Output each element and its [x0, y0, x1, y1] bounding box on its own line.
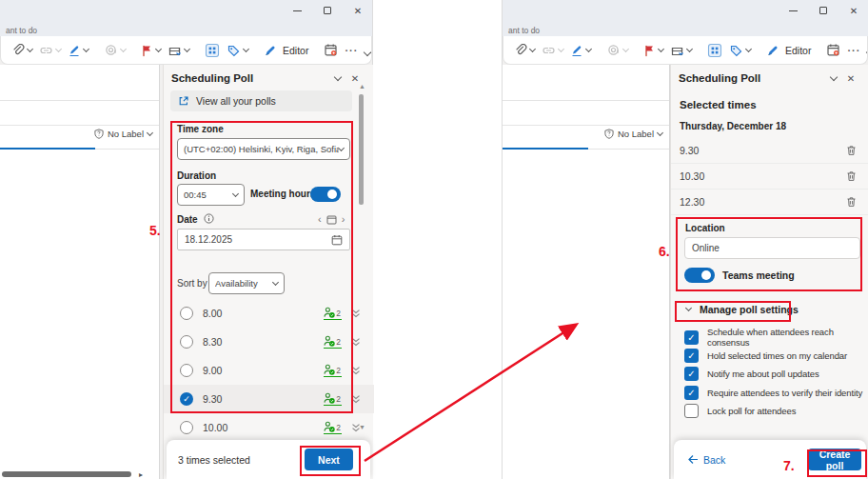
editor-button[interactable]: Editor	[261, 42, 311, 59]
create-poll-button[interactable]: Create poll	[808, 449, 861, 470]
setting-row[interactable]: ✓ Schedule when attendees reach consensu…	[684, 329, 865, 345]
attach-file-button[interactable]	[9, 42, 35, 59]
next-button[interactable]: Next	[305, 449, 353, 470]
expand-double-chevron-icon[interactable]	[351, 423, 361, 432]
collapse-ribbon-button[interactable]	[362, 50, 372, 57]
loop-component-button[interactable]	[101, 41, 128, 59]
close-icon: ✕	[354, 6, 362, 16]
collapse-panel-button[interactable]	[329, 70, 346, 86]
flag-button[interactable]	[138, 42, 164, 59]
poll-apps-button[interactable]	[202, 41, 223, 60]
time-option-row-selected[interactable]: ✓ 9.30 2	[164, 385, 374, 413]
compose-pane: No Label	[503, 65, 670, 479]
setting-row[interactable]: ✓ Notify me about poll updates	[684, 366, 865, 381]
time-label: 8.00	[203, 308, 324, 319]
checkbox-unchecked[interactable]	[684, 404, 699, 418]
save-to-folder-button[interactable]	[165, 42, 192, 59]
chevron-down-icon	[184, 45, 190, 51]
more-options-button[interactable]: ···	[844, 43, 863, 58]
tags-button[interactable]	[224, 41, 251, 59]
checkbox-checked[interactable]: ✓	[684, 330, 699, 345]
close-button[interactable]: ✕	[349, 3, 366, 18]
time-radio-unchecked[interactable]	[180, 335, 193, 349]
time-zone-dropdown[interactable]: (UTC+02:00) Helsinki, Kyiv, Riga, Sofia.…	[177, 138, 350, 160]
setting-row[interactable]: ✓ Require attendees to verify their iden…	[684, 385, 865, 400]
external-link-icon	[178, 95, 189, 107]
date-input[interactable]: 18.12.2025	[177, 229, 350, 250]
maximize-button[interactable]	[815, 3, 832, 18]
expand-double-chevron-icon[interactable]	[351, 366, 361, 375]
flag-button[interactable]	[641, 42, 666, 59]
person-available-icon	[324, 335, 335, 347]
view-all-polls-button[interactable]: View all your polls	[170, 90, 352, 111]
manage-poll-settings-button[interactable]: Manage poll settings	[686, 304, 799, 315]
close-panel-button[interactable]: ✕	[842, 70, 859, 86]
setting-row[interactable]: ✓ Hold selected times on my calendar	[684, 348, 865, 363]
save-to-folder-button[interactable]	[667, 42, 695, 59]
minimize-button[interactable]	[784, 3, 801, 18]
collapse-ribbon-button[interactable]	[864, 50, 868, 57]
collapse-panel-button[interactable]	[825, 70, 842, 86]
maximize-icon	[819, 7, 827, 14]
meeting-hours-toggle[interactable]	[310, 187, 341, 202]
time-option-row[interactable]: 8.00 2	[164, 299, 374, 328]
expand-double-chevron-icon[interactable]	[351, 309, 361, 318]
link-button[interactable]	[539, 42, 566, 59]
editor-button[interactable]: Editor	[763, 42, 814, 59]
delete-time-button[interactable]	[846, 170, 857, 182]
setting-row[interactable]: Lock poll for attendees	[684, 403, 865, 418]
checkbox-checked[interactable]: ✓	[684, 386, 699, 400]
slot-time: 10.30	[680, 170, 846, 182]
sensitivity-label-dropdown[interactable]: No Label	[604, 129, 662, 139]
maximize-button[interactable]	[319, 3, 336, 18]
previous-day-button[interactable]: ‹	[318, 213, 322, 225]
minimize-button[interactable]	[288, 3, 306, 18]
delete-time-button[interactable]	[846, 196, 857, 208]
calendar-tool-button[interactable]	[823, 41, 843, 59]
loop-component-button[interactable]	[603, 41, 631, 59]
link-button[interactable]	[36, 42, 64, 59]
vertical-scrollbar[interactable]	[359, 94, 364, 205]
tags-button[interactable]	[726, 41, 754, 59]
close-button[interactable]: ✕	[845, 3, 862, 18]
horizontal-scrollbar[interactable]	[2, 471, 131, 477]
flag-icon	[141, 44, 153, 57]
panel-footer: Back Create poll	[674, 440, 866, 479]
teams-meeting-toggle[interactable]	[684, 268, 715, 283]
chevron-down-icon	[120, 45, 127, 51]
signature-button[interactable]	[65, 42, 91, 59]
scroll-up-arrow-icon[interactable]: ▲	[359, 84, 365, 90]
panel-footer: 3 times selected Next	[167, 440, 370, 479]
expand-double-chevron-icon[interactable]	[351, 337, 361, 347]
time-radio-unchecked[interactable]	[180, 307, 193, 320]
calendar-picker-icon[interactable]	[331, 234, 343, 246]
signature-button[interactable]	[567, 42, 594, 59]
time-option-row[interactable]: 8.30 2	[164, 328, 374, 356]
next-day-button[interactable]: ›	[342, 213, 345, 225]
location-input[interactable]: Online	[684, 237, 860, 259]
delete-time-button[interactable]	[846, 145, 857, 156]
paperclip-icon	[514, 44, 527, 57]
sort-by-label: Sort by	[177, 278, 207, 289]
time-radio-unchecked[interactable]	[180, 364, 193, 377]
selected-time-row: 9.30	[671, 138, 868, 164]
time-option-row[interactable]: 10.00 2	[164, 413, 374, 442]
checkbox-checked[interactable]: ✓	[684, 367, 699, 381]
more-options-button[interactable]: ···	[342, 43, 361, 58]
checkbox-checked[interactable]: ✓	[684, 349, 699, 363]
person-available-icon	[324, 392, 335, 404]
duration-dropdown[interactable]: 00:45	[177, 184, 245, 206]
available-count: 2	[336, 423, 341, 432]
time-option-row[interactable]: 9.00 2	[164, 356, 374, 385]
time-radio-unchecked[interactable]	[180, 421, 193, 434]
poll-apps-button[interactable]	[704, 41, 725, 60]
info-icon[interactable]	[204, 213, 214, 224]
expand-double-chevron-icon[interactable]	[351, 394, 361, 404]
calendar-day-icon[interactable]	[326, 214, 337, 225]
attach-file-button[interactable]	[511, 42, 538, 59]
calendar-tool-button[interactable]	[321, 41, 341, 59]
sensitivity-label-dropdown[interactable]: No Label	[94, 129, 152, 139]
time-radio-checked[interactable]: ✓	[180, 392, 193, 406]
sort-by-dropdown[interactable]: Availability	[208, 272, 285, 294]
scroll-right-arrow-icon[interactable]: ▸	[139, 470, 143, 479]
